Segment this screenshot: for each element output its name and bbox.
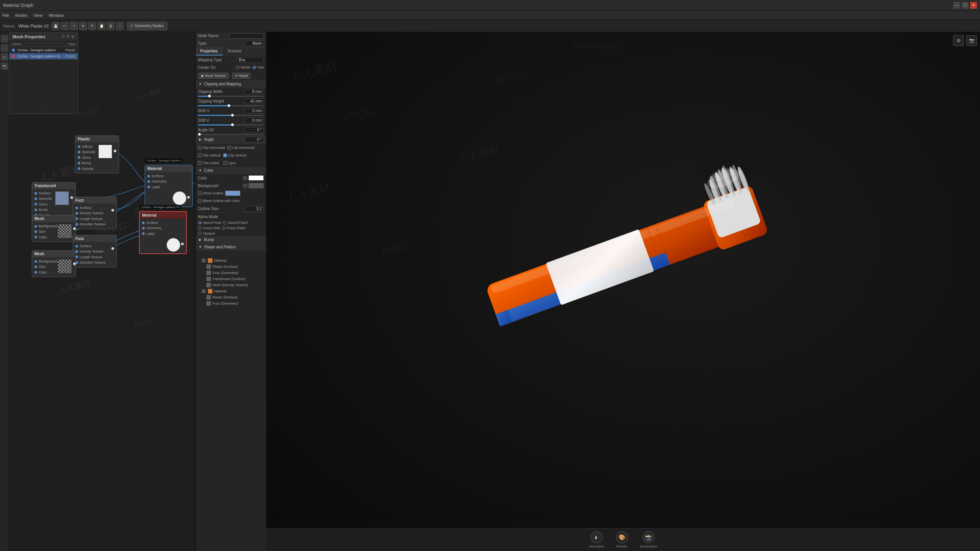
reset-button[interactable]: ↺ Reset xyxy=(232,73,250,79)
clipping-height-value[interactable]: 42 mm xyxy=(245,98,264,104)
radio-model-dot xyxy=(236,65,240,69)
screenshot-button[interactable]: 📸 Screenshot xyxy=(640,531,657,548)
outline-size-value[interactable]: 0.2 xyxy=(245,206,264,212)
close-button[interactable]: ✕ xyxy=(970,2,977,9)
bump-section-header[interactable]: ▶ Bump xyxy=(196,236,266,243)
menubar: File Nodes View Window xyxy=(0,11,980,20)
alpha-opaque[interactable]: Opaque xyxy=(198,231,264,235)
mesh-item-2[interactable]: Circles - hexagon pattern #1 Plastic xyxy=(10,53,78,59)
toolbar-delete-icon[interactable]: 🗑 xyxy=(107,22,114,30)
tree-material-2[interactable]: Material xyxy=(196,288,266,294)
minimize-button[interactable]: — xyxy=(953,2,960,9)
material2-header: Material xyxy=(140,212,186,218)
radio-model[interactable]: Model xyxy=(236,65,250,69)
cw-thumb[interactable] xyxy=(208,95,211,98)
tab-textures[interactable]: Textures xyxy=(223,47,247,55)
tree-mesh-density[interactable]: Mesh (Density Texture) xyxy=(196,282,266,288)
maximize-button[interactable]: ☐ xyxy=(962,2,969,9)
fuzz2-node[interactable]: Fuzz Surface Density Texture Length Text… xyxy=(73,235,117,267)
sv-thumb[interactable] xyxy=(231,123,234,126)
sidebar-zoom-out[interactable]: - xyxy=(1,44,8,51)
menu-nodes[interactable]: Nodes xyxy=(15,13,28,18)
node-name-input[interactable] xyxy=(229,33,264,39)
tree-fuzz-geometry-2[interactable]: Fuzz (Geometry) xyxy=(196,300,266,306)
bg-picker-icon[interactable]: ⬛ xyxy=(243,184,247,188)
mesh1-node[interactable]: Mesh Background Size Color xyxy=(32,215,76,242)
alpha-stencil-hole[interactable]: Stencil Hole xyxy=(198,221,221,225)
plastic-node[interactable]: Plastic Diffuse Specular Gloss Bump Opac… xyxy=(75,135,119,173)
tree-material-1[interactable]: Material xyxy=(196,258,266,264)
clip-horizontal-check[interactable]: Clip Horizontal xyxy=(227,146,255,150)
vp-icon-expand[interactable]: ⊞ xyxy=(953,35,964,46)
shift-v-value[interactable]: 0 mm xyxy=(245,117,264,123)
tree-fuzz-geometry[interactable]: Fuzz (Geometry) xyxy=(196,270,266,276)
mesh-item-1[interactable]: Circles - hexagon pattern Plastic xyxy=(10,47,78,53)
clip-vertical-check[interactable]: Clip Vertical xyxy=(223,153,247,157)
mesh2-node[interactable]: Mesh Background Size Color xyxy=(32,250,76,277)
mesh-props-title: Mesh Properties xyxy=(13,34,46,39)
alpha-stencil-patch[interactable]: Stencil Patch xyxy=(223,221,248,225)
toolbar-paste-icon[interactable]: 📋 xyxy=(98,22,105,30)
toolbar-copy-icon[interactable]: ⧉ xyxy=(88,22,96,30)
two-sided-check[interactable]: Two Sided xyxy=(198,161,219,165)
show-outline-row: Show Outline xyxy=(196,189,266,197)
menu-view[interactable]: View xyxy=(34,13,43,18)
tree-translucent-surface[interactable]: Translucent (Surface) xyxy=(196,276,266,282)
render-button[interactable]: 🎨 Render xyxy=(616,531,628,548)
viewport[interactable]: 人人素材 RRCG 人人素材 RRCG 人人素材 RRCG www.rrcg.c… xyxy=(266,32,980,551)
sidebar-fit[interactable]: ⊡ xyxy=(1,54,8,60)
mesh-props-close[interactable]: ✕ xyxy=(71,34,75,39)
sidebar-zoom-in[interactable]: + xyxy=(1,35,8,42)
background-swatch[interactable] xyxy=(248,183,264,188)
tree-plastic-surface[interactable]: Plastic (Surface) xyxy=(196,264,266,270)
fuzz1-node[interactable]: Fuzz Surface Density Texture Length Text… xyxy=(73,197,117,229)
toolbar-undo-icon[interactable]: ↩ xyxy=(61,22,69,30)
flip-horizontal-check[interactable]: Flip Horizontal xyxy=(198,146,225,150)
clipping-section-header[interactable]: ▼ Clipping and Mapping xyxy=(196,80,266,88)
radio-part[interactable]: Part xyxy=(252,65,264,69)
outline-swatch[interactable] xyxy=(225,191,240,196)
color-section-header[interactable]: ▼ Color xyxy=(196,167,266,174)
port-bump2: Bump xyxy=(34,207,54,212)
vp-icon-screenshot[interactable]: 📷 xyxy=(966,35,977,46)
clipping-width-value[interactable]: 8 mm xyxy=(245,89,264,95)
mesh-props-dot1: ⊙ xyxy=(62,34,65,39)
sync-check[interactable]: Sync xyxy=(224,161,236,165)
toolbar-save-icon[interactable]: 💾 xyxy=(52,22,59,30)
blend-outline-check[interactable]: Blend Outline with Color xyxy=(198,199,240,203)
color-swatch[interactable] xyxy=(248,175,264,181)
alpha-fuzzy-patch[interactable]: Fuzzy Patch xyxy=(222,226,246,230)
tab-properties[interactable]: Properties xyxy=(196,47,223,55)
angle-section-header[interactable]: ▶ Angle 0 ° xyxy=(196,135,266,144)
tree-plastic-surface-2[interactable]: Plastic (Surface) xyxy=(196,294,266,300)
su-thumb[interactable] xyxy=(231,114,234,117)
color-picker-icon[interactable]: ⬛ xyxy=(243,176,247,180)
toolbar-redo-icon[interactable]: ↪ xyxy=(70,22,78,30)
material2-node[interactable]: Circles - hexagon pattern #1 Material Su… xyxy=(139,211,187,254)
material1-node[interactable]: Circles - hexagon pattern Material Surfa… xyxy=(145,165,193,207)
alpha-fuzzy-hole[interactable]: Fuzzy Hole xyxy=(198,226,220,230)
animate-button[interactable]: ⏵ Animation xyxy=(589,531,604,548)
sidebar-camera[interactable]: 📷 xyxy=(1,63,8,70)
tree-label-fuzz-geo: Fuzz (Geometry) xyxy=(212,271,238,275)
tree-expand-1 xyxy=(202,259,206,262)
menu-file[interactable]: File xyxy=(2,13,9,18)
menu-window[interactable]: Window xyxy=(49,13,64,18)
flip-vertical-check[interactable]: Flip Vertical xyxy=(198,153,221,157)
geometry-nodes-button[interactable]: ⬡ Geometry Nodes xyxy=(127,22,167,30)
mesh2-size: Size xyxy=(34,264,57,269)
toolbar-settings-icon[interactable]: ⚙ xyxy=(79,22,87,30)
port-bump: Bump xyxy=(78,160,98,166)
node-graph[interactable]: 人人素材 RRCG 人人素材 RRCG 人人素材 RRCG 人人素材 RRCG xyxy=(0,32,195,551)
move-texture-button[interactable]: ▶ Move Texture xyxy=(198,73,229,79)
translucent-node[interactable]: Translucent Surface Specular Gloss Bump … xyxy=(32,182,76,220)
angle-uv-value[interactable]: 0 ° xyxy=(245,127,264,133)
mapping-type-value[interactable]: Box xyxy=(237,57,264,63)
auv-thumb[interactable] xyxy=(198,133,201,136)
type-label: Type: xyxy=(198,41,243,46)
toolbar-add-icon[interactable]: + xyxy=(116,22,124,30)
angle-value[interactable]: 0 ° xyxy=(245,137,264,142)
show-outline-check[interactable]: Show Outline xyxy=(198,191,224,195)
shape-pattern-header[interactable]: ▼ Shape and Pattern xyxy=(196,243,266,251)
shift-u-value[interactable]: 0 mm xyxy=(245,108,264,114)
